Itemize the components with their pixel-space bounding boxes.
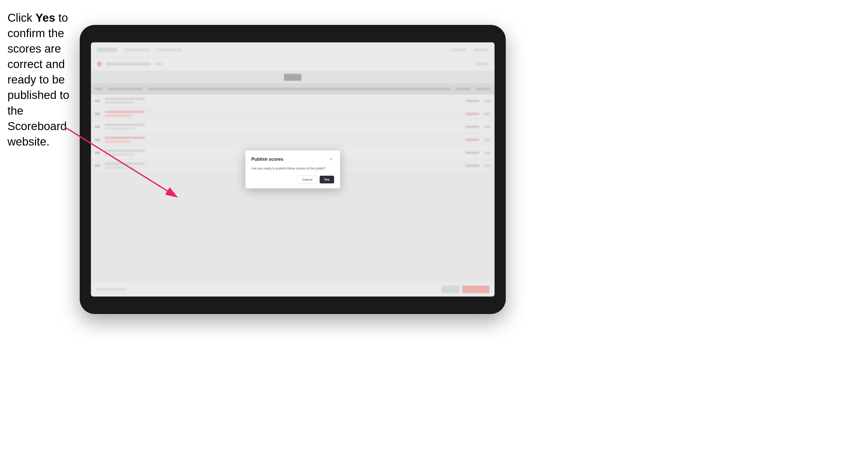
modal-header: Publish scores ×	[251, 156, 334, 162]
instruction-text-part1: Click	[7, 11, 35, 24]
publish-scores-modal: Publish scores × Are you ready to publis…	[245, 151, 340, 189]
modal-footer: Cancel Yes	[251, 176, 334, 183]
modal-close-button[interactable]: ×	[328, 156, 334, 162]
instruction-bold: Yes	[35, 11, 55, 24]
cancel-button[interactable]: Cancel	[298, 176, 317, 183]
instruction-text-part2: to confirm the scores are correct and re…	[7, 11, 69, 148]
modal-title: Publish scores	[251, 157, 283, 162]
modal-overlay: Publish scores × Are you ready to publis…	[91, 42, 495, 297]
tablet-screen: Publish scores × Are you ready to publis…	[91, 42, 495, 297]
instruction-text: Click Yes to confirm the scores are corr…	[7, 10, 80, 149]
tablet-device: Publish scores × Are you ready to publis…	[80, 25, 506, 314]
modal-body-text: Are you ready to publish these scores to…	[251, 166, 334, 171]
yes-button[interactable]: Yes	[320, 176, 334, 183]
